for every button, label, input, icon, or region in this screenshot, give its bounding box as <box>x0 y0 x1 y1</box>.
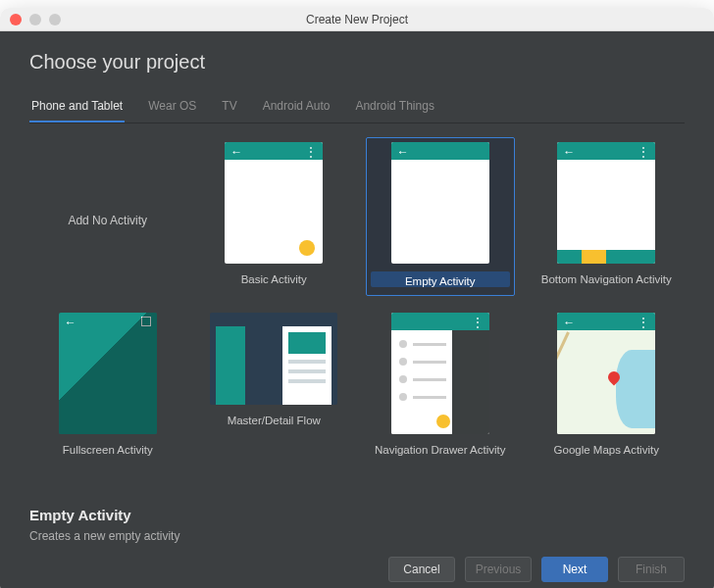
overflow-menu-icon: ⋮ <box>638 146 649 158</box>
template-master-detail-flow[interactable]: Master/Detail Flow <box>200 308 349 466</box>
tab-wear-os[interactable]: Wear OS <box>146 93 198 122</box>
template-description: Empty Activity Creates a new empty activ… <box>29 507 685 543</box>
detail-pane-icon <box>282 326 332 405</box>
titlebar: Create New Project <box>0 8 714 31</box>
dialog-footer: Cancel Previous Next Finish <box>29 557 685 582</box>
map-water-icon <box>616 350 655 428</box>
next-button[interactable]: Next <box>541 557 608 582</box>
template-grid: Add No Activity ← ⋮ Basic Activity <box>29 123 685 476</box>
cancel-button[interactable]: Cancel <box>388 557 455 582</box>
template-thumb: ← ⋮ <box>557 142 655 264</box>
tab-tv[interactable]: TV <box>220 93 238 122</box>
back-arrow-icon: ← <box>563 317 575 328</box>
description-text: Creates a new empty activity <box>29 529 685 543</box>
overflow-menu-icon: ⋮ <box>305 146 317 158</box>
back-arrow-icon: ← <box>230 146 242 158</box>
template-add-no-activity[interactable]: Add No Activity <box>33 137 182 296</box>
dialog-content: Choose your project Phone and Tablet Wea… <box>0 31 714 588</box>
template-navigation-drawer-activity[interactable]: ⋮ Navigation Drawer Activity <box>366 308 515 466</box>
tab-android-auto[interactable]: Android Auto <box>261 93 332 122</box>
template-thumb: ← ⋮ <box>225 142 323 264</box>
master-pane-icon <box>216 326 245 405</box>
fab-icon <box>299 240 315 256</box>
template-google-maps-activity[interactable]: ← ⋮ Google Maps Activity <box>533 308 682 466</box>
template-label: Add No Activity <box>34 146 181 295</box>
template-label: Basic Activity <box>205 271 344 287</box>
template-thumb: ← <box>59 313 157 434</box>
template-fullscreen-activity[interactable]: ← Fullscreen Activity <box>33 308 182 466</box>
fab-icon <box>436 415 450 428</box>
description-title: Empty Activity <box>29 507 685 523</box>
template-thumb <box>210 313 337 405</box>
template-thumb: ← ⋮ <box>557 313 655 434</box>
page-heading: Choose your project <box>29 51 685 74</box>
template-grid-scroll[interactable]: Add No Activity ← ⋮ Basic Activity <box>29 123 685 499</box>
window-title: Create New Project <box>0 13 714 26</box>
template-label: Bottom Navigation Activity <box>537 271 677 287</box>
bottom-nav-selected-icon <box>582 250 606 264</box>
template-thumb: ← <box>391 142 489 264</box>
tab-phone-and-tablet[interactable]: Phone and Tablet <box>29 93 125 122</box>
template-label: Navigation Drawer Activity <box>371 442 510 458</box>
template-label: Empty Activity <box>371 271 510 287</box>
tab-android-things[interactable]: Android Things <box>353 93 436 122</box>
map-background-icon <box>557 330 655 434</box>
overflow-menu-icon: ⋮ <box>638 317 649 328</box>
previous-button[interactable]: Previous <box>465 557 532 582</box>
template-label: Fullscreen Activity <box>38 442 178 458</box>
template-empty-activity[interactable]: ← Empty Activity <box>366 137 515 296</box>
overflow-menu-icon: ⋮ <box>472 317 484 328</box>
template-bottom-navigation-activity[interactable]: ← ⋮ Bottom Navigation Activity <box>533 137 682 296</box>
back-arrow-icon: ← <box>563 146 575 158</box>
map-road-icon <box>557 331 570 426</box>
finish-button[interactable]: Finish <box>618 557 685 582</box>
device-tabs: Phone and Tablet Wear OS TV Android Auto… <box>29 93 685 123</box>
template-label: Master/Detail Flow <box>205 413 344 428</box>
dialog-window: Create New Project Choose your project P… <box>0 8 714 588</box>
back-arrow-icon: ← <box>397 146 409 158</box>
template-label: Google Maps Activity <box>537 442 677 458</box>
bottom-nav-icon <box>557 250 655 264</box>
template-thumb: ⋮ <box>391 313 489 434</box>
template-basic-activity[interactable]: ← ⋮ Basic Activity <box>200 137 349 296</box>
content-shadow-icon <box>452 330 489 434</box>
shadow-overlay-icon <box>59 313 157 434</box>
